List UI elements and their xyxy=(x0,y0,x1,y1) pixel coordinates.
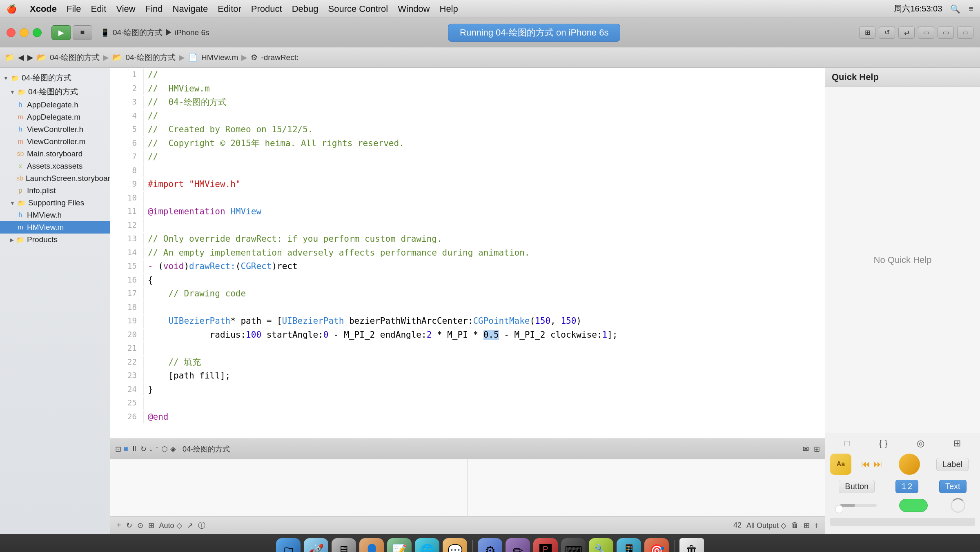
sidebar-item-viewcontrollerm[interactable]: m ViewController.m xyxy=(0,136,110,148)
search-icon[interactable]: 🔍 xyxy=(950,4,960,14)
apple-menu[interactable]: 🍎 xyxy=(7,4,17,14)
menu-window[interactable]: Window xyxy=(398,4,430,14)
zoom-button[interactable] xyxy=(33,28,42,37)
text-demo: Text xyxy=(939,480,967,493)
menu-view[interactable]: View xyxy=(116,4,135,14)
stop-button[interactable]: ■ xyxy=(73,25,92,40)
minimize-button[interactable] xyxy=(20,28,29,37)
sidebar-item-appdelegatem[interactable]: m AppDelegate.m xyxy=(0,111,110,123)
layout-toggle-1[interactable]: ▭ xyxy=(918,27,934,39)
breadcrumb-4[interactable]: -drawRect: xyxy=(261,53,298,62)
sidebar-item-viewcontrollerh[interactable]: h ViewController.h xyxy=(0,123,110,136)
view-toggle-1[interactable]: ⊞ xyxy=(859,27,875,39)
sidebar-item-products[interactable]: ▶ 📁 Products xyxy=(0,234,110,246)
dock-sketch[interactable]: ✏ xyxy=(506,538,530,552)
palette-icon-1[interactable]: □ xyxy=(844,438,850,449)
breadcrumb-nav-fwd[interactable]: ▶ xyxy=(27,53,33,62)
view-toggle-3[interactable]: ⇄ xyxy=(898,27,915,39)
grid-icon[interactable]: ⊞ xyxy=(148,521,154,530)
layout-toggle-3[interactable]: ▭ xyxy=(957,27,973,39)
menu-xcode[interactable]: Xcode xyxy=(30,4,57,14)
sidebar-item-appdelegateh[interactable]: h AppDelegate.h xyxy=(0,99,110,111)
dock-contacts[interactable]: 👤 xyxy=(359,538,384,552)
sidebar-item-root[interactable]: ▼ 📁 04-绘图的方式 xyxy=(0,71,110,85)
dock-notes[interactable]: 📝 xyxy=(387,538,412,552)
sidebar-item-main-storyboard[interactable]: sb Main.storyboard xyxy=(0,148,110,160)
slider-thumb[interactable] xyxy=(835,505,843,513)
debug-run-icon[interactable]: ■ xyxy=(124,445,128,454)
file-navigator: ▼ 📁 04-绘图的方式 ▼ 📁 04-绘图的方式 h AppDelegate.… xyxy=(0,68,110,534)
dock-launchpad[interactable]: 🚀 xyxy=(304,538,328,552)
auto-label[interactable]: Auto ◇ xyxy=(159,521,182,530)
expand-icon[interactable]: ↕ xyxy=(815,521,818,530)
menu-editor[interactable]: Editor xyxy=(218,4,241,14)
debug-simulate[interactable]: ◈ xyxy=(170,445,176,454)
sidebar-item-hmviewh[interactable]: h HMView.h xyxy=(0,209,110,221)
palette-scroll-right[interactable]: ⏭ xyxy=(873,459,882,470)
menu-file[interactable]: File xyxy=(67,4,81,14)
sidebar-item-group[interactable]: ▼ 📁 04-绘图的方式 xyxy=(0,85,110,99)
toggle-demo[interactable] xyxy=(899,499,928,512)
palette-icon-4[interactable]: ⊞ xyxy=(953,438,961,449)
menu-product[interactable]: Product xyxy=(251,4,282,14)
sidebar-item-assets[interactable]: x Assets.xcassets xyxy=(0,160,110,172)
dock-app4[interactable]: 🎯 xyxy=(644,538,669,552)
debug-pause-icon[interactable]: ⏸ xyxy=(131,445,138,454)
sidebar-item-infoplist[interactable]: p Info.plist xyxy=(0,185,110,197)
filter-icon[interactable]: ⊙ xyxy=(137,521,143,530)
palette-scroll-left[interactable]: ⏮ xyxy=(861,459,870,470)
layout-toggle-2[interactable]: ▭ xyxy=(938,27,954,39)
dock-terminal[interactable]: ⌨ xyxy=(561,538,586,552)
debug-breakpoint[interactable]: ⬡ xyxy=(161,445,168,454)
dock-messages[interactable]: 💬 xyxy=(443,538,467,552)
all-output-label[interactable]: All Output ◇ xyxy=(746,521,786,530)
breadcrumb-3[interactable]: HMView.m xyxy=(201,53,238,62)
debug-step-into[interactable]: ↓ xyxy=(149,445,153,454)
debug-step-over[interactable]: ↻ xyxy=(140,445,147,454)
code-content[interactable]: 1 // 2 // HMView.m 3 // 04-绘图的方式 4 xyxy=(110,68,825,438)
close-button[interactable] xyxy=(7,28,16,37)
scheme-label[interactable]: 04-绘图的方式 ▶ iPhone 6s xyxy=(113,27,209,38)
seg-1[interactable]: 1 xyxy=(902,482,906,491)
menu-find[interactable]: Find xyxy=(145,4,163,14)
split-icon[interactable]: ⊞ xyxy=(804,521,810,530)
scrollbar-demo[interactable] xyxy=(830,518,975,526)
dock-app2[interactable]: 🔧 xyxy=(589,538,613,552)
dock-safari[interactable]: 🌐 xyxy=(415,538,439,552)
dock-sysref[interactable]: 🖥 xyxy=(332,538,356,552)
info-icon[interactable]: ⓘ xyxy=(198,521,205,530)
breadcrumb-2[interactable]: 04-绘图的方式 xyxy=(125,52,175,63)
dock-app1[interactable]: 🅿 xyxy=(533,538,558,552)
add-file-icon[interactable]: + xyxy=(117,521,121,530)
sidebar-item-supporting-files[interactable]: ▼ 📁 Supporting Files xyxy=(0,197,110,209)
breadcrumb-1[interactable]: 04-绘图的方式 xyxy=(50,52,100,63)
seg-2[interactable]: 2 xyxy=(908,482,912,491)
clear-icon[interactable]: 🗑 xyxy=(791,521,799,530)
debug-step-out[interactable]: ↑ xyxy=(155,445,159,454)
slider-demo[interactable] xyxy=(840,504,877,507)
view-toggle-2[interactable]: ↺ xyxy=(879,27,895,39)
breadcrumb-nav-back[interactable]: ◀ xyxy=(18,53,24,62)
menu-help[interactable]: Help xyxy=(440,4,458,14)
dock-app3[interactable]: 📱 xyxy=(617,538,641,552)
palette-icon-3[interactable]: ◎ xyxy=(917,438,924,449)
button-demo[interactable]: Button xyxy=(839,480,875,493)
run-button[interactable]: ▶ xyxy=(51,25,71,40)
dock-xcode[interactable]: ⚙ xyxy=(478,538,502,552)
debug-view-icon[interactable]: ⊡ xyxy=(115,445,121,454)
dock-finder[interactable]: 🗂 xyxy=(276,538,301,552)
palette-icon-2[interactable]: { } xyxy=(879,438,888,449)
menu-source-control[interactable]: Source Control xyxy=(328,4,388,14)
menu-navigate[interactable]: Navigate xyxy=(173,4,208,14)
sidebar-item-hmviewm[interactable]: m HMView.m xyxy=(0,221,110,234)
line-code: // HMView.m xyxy=(145,82,824,96)
menu-icon[interactable]: ≡ xyxy=(969,4,973,13)
sidebar-item-launchscreen[interactable]: sb LaunchScreen.storyboard xyxy=(0,172,110,185)
jump-icon[interactable]: ↗ xyxy=(187,521,193,530)
cycle-icon[interactable]: ↻ xyxy=(126,521,132,530)
dock-trash[interactable]: 🗑 xyxy=(679,538,704,552)
segmented-demo[interactable]: 1 2 xyxy=(895,480,918,493)
menu-debug[interactable]: Debug xyxy=(292,4,318,14)
code-editor[interactable]: 1 // 2 // HMView.m 3 // 04-绘图的方式 4 xyxy=(110,68,825,516)
menu-edit[interactable]: Edit xyxy=(91,4,106,14)
